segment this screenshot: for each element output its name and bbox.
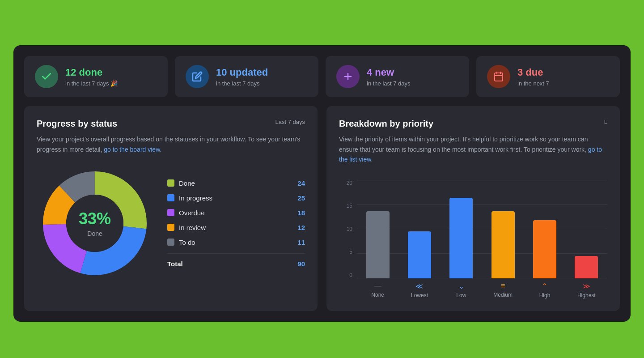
legend-total-label: Total <box>167 260 183 268</box>
progress-header: Progress by status Last 7 days <box>37 119 305 129</box>
due-number: 3 due <box>517 67 549 78</box>
done-icon <box>35 65 58 88</box>
progress-desc-text: View your project's overall progress bas… <box>37 136 300 153</box>
x-item-highest: ≫Highest <box>575 282 598 298</box>
legend-left-todo: To do <box>167 239 195 246</box>
x-item-medium: ≡Medium <box>491 282 515 298</box>
bar-medium <box>491 211 515 278</box>
x-item-none: —None <box>366 282 390 298</box>
priority-title: Breakdown by priority <box>339 119 433 129</box>
none-priority-label: None <box>371 292 384 298</box>
stat-info-new: 4 new in the last 7 days <box>367 67 411 87</box>
x-item-lowest: ≪Lowest <box>408 282 431 298</box>
legend-name-inprogress: In progress <box>179 194 212 202</box>
medium-priority-label: Medium <box>493 292 513 298</box>
done-number: 12 done <box>65 67 118 78</box>
bar-highest <box>575 256 598 278</box>
legend-value-review: 12 <box>297 224 305 231</box>
medium-priority-icon: ≡ <box>501 282 505 290</box>
legend-swatch-review <box>167 224 174 231</box>
panels-row: Progress by status Last 7 days View your… <box>24 106 620 311</box>
lowest-priority-icon: ≪ <box>415 282 423 290</box>
legend-value-done: 24 <box>297 179 305 187</box>
legend-name-done: Done <box>179 179 195 187</box>
updated-number: 10 updated <box>216 67 268 78</box>
legend-item-review: In review 12 <box>167 224 305 231</box>
updated-icon <box>186 65 209 88</box>
legend-item-todo: To do 11 <box>167 239 305 246</box>
legend-left-inprogress: In progress <box>167 194 212 202</box>
legend-swatch-todo <box>167 239 174 246</box>
due-icon <box>487 65 510 88</box>
none-priority-icon: — <box>374 282 381 290</box>
priority-subtitle: L <box>604 119 607 125</box>
bar-none <box>366 211 390 278</box>
new-sub: in the last 7 days <box>367 80 411 87</box>
y-labels: 20 15 10 5 0 <box>339 180 355 278</box>
progress-title: Progress by status <box>37 119 117 129</box>
bar-low <box>449 198 473 278</box>
stat-card-done: 12 done in the last 7 days 🎉 <box>24 56 168 97</box>
main-container: 12 done in the last 7 days 🎉 10 updated … <box>13 45 631 321</box>
stat-info-due: 3 due in the next 7 <box>517 67 549 87</box>
progress-board-link[interactable]: go to the board view <box>104 146 160 153</box>
stat-card-new: 4 new in the last 7 days <box>326 56 469 97</box>
x-axis-row: —None≪Lowest⌄Low≡Medium⌃High≫Highest <box>339 282 607 298</box>
high-priority-icon: ⌃ <box>542 282 547 290</box>
done-sub: in the last 7 days 🎉 <box>65 80 118 87</box>
stat-card-updated: 10 updated in the last 7 days <box>175 56 318 97</box>
legend-left-overdue: Overdue <box>167 209 205 217</box>
legend-name-review: In review <box>179 224 206 231</box>
y-label-0: 0 <box>349 272 355 278</box>
legend-item-overdue: Overdue 18 <box>167 209 305 217</box>
priority-desc-text: View the priority of items within your p… <box>339 136 588 153</box>
y-label-15: 15 <box>347 203 355 209</box>
donut-label: Done <box>79 230 111 237</box>
legend-value-overdue: 18 <box>297 209 305 217</box>
legend-value-inprogress: 25 <box>297 194 305 202</box>
legend: Done 24 In progress 25 <box>167 179 305 268</box>
new-icon <box>336 65 360 88</box>
stat-info-updated: 10 updated in the last 7 days <box>216 67 268 87</box>
legend-left-done: Done <box>167 179 195 187</box>
legend-left-review: In review <box>167 224 206 231</box>
due-sub: in the next 7 <box>517 80 549 87</box>
donut-wrapper: 33% Done <box>37 165 153 281</box>
updated-sub: in the last 7 days <box>216 80 268 87</box>
legend-item-inprogress: In progress 25 <box>167 194 305 202</box>
new-number: 4 new <box>367 67 411 78</box>
priority-panel: Breakdown by priority L View the priorit… <box>326 106 620 311</box>
y-label-10: 10 <box>347 226 355 232</box>
lowest-priority-label: Lowest <box>411 292 428 298</box>
legend-swatch-inprogress <box>167 194 174 201</box>
progress-subtitle: Last 7 days <box>275 119 305 125</box>
bar-lowest <box>408 231 431 278</box>
bars-container <box>357 180 607 278</box>
legend-swatch-overdue <box>167 209 174 216</box>
legend-name-overdue: Overdue <box>179 209 205 217</box>
priority-header: Breakdown by priority L <box>339 119 607 129</box>
chart-area: 33% Done Done 24 <box>37 165 305 281</box>
low-priority-icon: ⌄ <box>458 282 464 290</box>
progress-desc-end: . <box>160 146 162 153</box>
stat-info-done: 12 done in the last 7 days 🎉 <box>65 67 118 87</box>
highest-priority-icon: ≫ <box>583 282 590 290</box>
progress-desc: View your project's overall progress bas… <box>37 134 305 154</box>
y-label-5: 5 <box>349 249 355 255</box>
legend-item-done: Done 24 <box>167 179 305 187</box>
bar-grid: 20 15 10 5 0 <box>339 180 607 278</box>
y-label-20: 20 <box>347 180 355 186</box>
legend-swatch-done <box>167 179 174 187</box>
priority-desc-end: . <box>371 156 373 163</box>
donut-center: 33% Done <box>79 209 111 237</box>
svg-rect-2 <box>495 73 503 81</box>
legend-name-todo: To do <box>179 239 195 246</box>
legend-total-value: 90 <box>297 260 305 268</box>
bar-chart-area: 20 15 10 5 0 —None≪Lowest⌄Low≡Medium⌃Hig… <box>339 175 607 298</box>
legend-total: Total 90 <box>167 253 305 268</box>
highest-priority-label: Highest <box>577 292 596 298</box>
bar-high <box>533 220 556 278</box>
donut-percent: 33% <box>79 209 111 228</box>
high-priority-label: High <box>539 292 551 298</box>
low-priority-label: Low <box>456 292 466 298</box>
